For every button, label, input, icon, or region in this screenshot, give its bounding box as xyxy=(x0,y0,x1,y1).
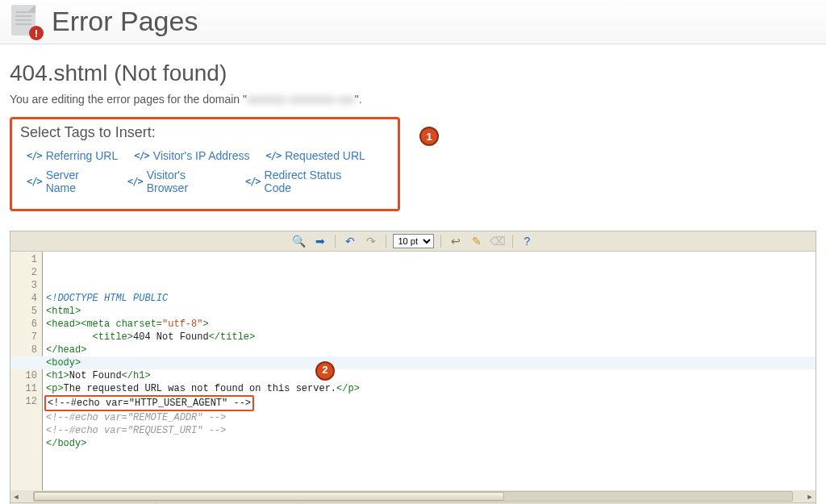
code-area[interactable]: 123 456 789 101112 <!DOCTYPE HTML PUBLIC… xyxy=(10,252,816,490)
tag-requested-url[interactable]: </>Requested URL xyxy=(266,149,365,162)
tag-visitors-browser[interactable]: </>Visitor's Browser xyxy=(127,169,229,194)
page-header: ! Error Pages xyxy=(0,0,826,44)
horizontal-scrollbar[interactable]: ◄ ► xyxy=(10,490,816,502)
code-icon: </> xyxy=(134,150,149,161)
find-icon[interactable]: 🔍 xyxy=(291,233,307,249)
erase-icon[interactable]: ⌫ xyxy=(490,233,506,249)
highlight-icon[interactable]: ✎ xyxy=(469,233,485,249)
header-title: Error Pages xyxy=(52,6,198,37)
code-icon: </> xyxy=(27,150,42,161)
callout-one-icon: 1 xyxy=(419,127,439,146)
scroll-right-icon[interactable]: ► xyxy=(804,491,816,502)
obscured-domain: xxxxxxx xxxxxxxx xxx xyxy=(247,93,355,106)
help-icon[interactable]: ? xyxy=(519,233,536,249)
code-icon: </> xyxy=(245,176,261,187)
editing-domain-text: You are editing the error pages for the … xyxy=(10,93,816,106)
select-tags-panel: Select Tags to Insert: </>Referring URL … xyxy=(10,117,400,211)
redo-icon[interactable]: ↷ xyxy=(363,233,379,249)
scroll-left-icon[interactable]: ◄ xyxy=(10,491,22,502)
tag-server-name[interactable]: </>Server Name xyxy=(27,169,111,194)
wrap-icon[interactable]: ↩ xyxy=(448,233,464,249)
tag-referring-url[interactable]: </>Referring URL xyxy=(27,149,118,162)
goto-icon[interactable]: ➡ xyxy=(312,233,328,249)
highlighted-line-9: <!--#echo var="HTTP_USER_AGENT" --> xyxy=(44,395,254,411)
tag-visitors-ip[interactable]: </>Visitor's IP Address xyxy=(134,149,249,162)
undo-icon[interactable]: ↶ xyxy=(342,233,358,249)
font-size-select[interactable]: 10 pt xyxy=(393,234,434,248)
editor-toolbar: 🔍 ➡ ↶ ↷ 10 pt ↩ ✎ ⌫ ? xyxy=(10,231,816,252)
html-editor: 🔍 ➡ ↶ ↷ 10 pt ↩ ✎ ⌫ ? 123 456 789 101112 xyxy=(10,231,816,504)
code-icon: </> xyxy=(27,176,42,187)
line-number-gutter: 123 456 789 101112 xyxy=(10,252,43,490)
error-pages-icon: ! xyxy=(11,5,40,37)
exclamation-badge-icon: ! xyxy=(29,26,44,40)
scroll-thumb[interactable] xyxy=(34,492,504,501)
page-title: 404.shtml (Not found) xyxy=(10,60,816,86)
code-icon: </> xyxy=(127,176,143,187)
tag-redirect-status-code[interactable]: </>Redirect Status Code xyxy=(245,169,370,194)
select-tags-label: Select Tags to Insert: xyxy=(20,124,370,141)
code-icon: </> xyxy=(266,150,282,161)
callout-two-icon: 2 xyxy=(315,361,335,381)
